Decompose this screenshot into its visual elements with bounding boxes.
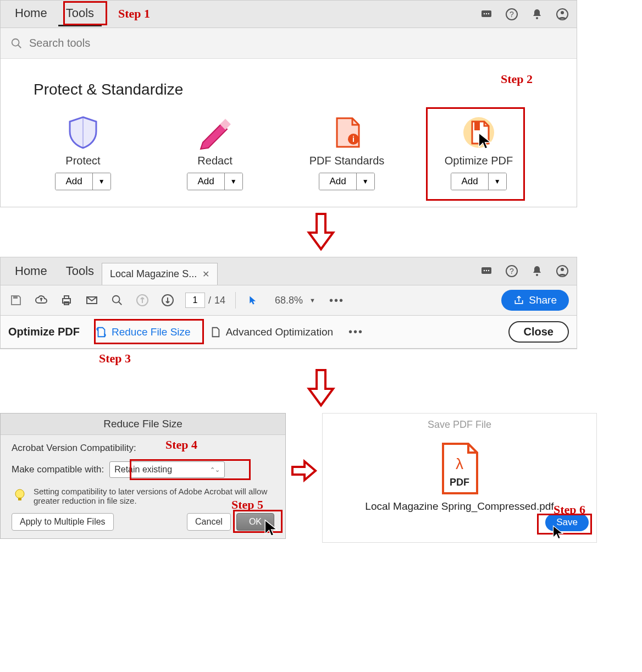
bell-icon[interactable] (529, 263, 545, 279)
help-icon[interactable]: ? (504, 263, 519, 279)
svg-text:?: ? (510, 10, 514, 19)
add-protect[interactable]: Add▼ (55, 173, 110, 190)
tab-home-2[interactable]: Home (7, 260, 55, 283)
redact-icon (197, 115, 233, 150)
save-icon[interactable] (8, 293, 24, 308)
compat-label: Acrobat Version Compatibility: (12, 443, 274, 454)
close-tab-icon[interactable]: ✕ (202, 269, 209, 279)
zoom-level[interactable]: 68.8%▼ (271, 293, 319, 308)
step-3-highlight (94, 319, 204, 344)
step-1-highlight (63, 1, 107, 25)
section-title: Protect & Standardize (34, 81, 544, 98)
add-redact[interactable]: Add▼ (187, 173, 242, 190)
tab-tools-2[interactable]: Tools (58, 260, 102, 283)
apply-multiple-button[interactable]: Apply to Multiple Files (12, 513, 114, 531)
page-up-icon[interactable] (135, 293, 150, 308)
search-icon (10, 37, 23, 49)
cursor-icon (263, 519, 278, 534)
tools-body: Protect & Standardize Step 2 Protect Add… (1, 59, 577, 207)
save-dialog-title: Save PDF File (323, 414, 596, 436)
svg-point-1 (484, 13, 485, 14)
arrow-down-icon (305, 213, 337, 251)
svg-point-2 (486, 13, 487, 14)
save-dialog: Save PDF File λPDF Local Magazine Spring… (322, 413, 597, 543)
svg-line-31 (119, 302, 122, 305)
step-3-label: Step 3 (99, 351, 131, 366)
svg-point-18 (486, 270, 487, 271)
svg-point-24 (561, 268, 564, 271)
tab-home[interactable]: Home (7, 2, 55, 26)
svg-text:i: i (352, 135, 355, 144)
page-indicator: / 14 (185, 293, 225, 308)
document-tab[interactable]: Local Magazine S... ✕ (102, 263, 218, 285)
svg-point-19 (488, 270, 489, 271)
top-bar: Home Tools Step 1 ? (1, 1, 577, 28)
svg-text:?: ? (510, 267, 514, 276)
svg-text:λ: λ (456, 455, 463, 472)
cancel-button[interactable]: Cancel (187, 513, 231, 531)
tool-redact-label: Redact (197, 155, 232, 167)
document-tab-title: Local Magazine S... (110, 268, 197, 280)
arrow-right-icon (290, 457, 318, 484)
svg-point-34 (15, 489, 24, 498)
tool-protect[interactable]: Protect Add▼ (34, 115, 132, 190)
page-down-icon[interactable] (160, 293, 175, 308)
share-button[interactable]: Share (501, 290, 569, 311)
more-icon[interactable]: ••• (329, 294, 344, 307)
tool-optimize[interactable]: Optimize PDF Add▼ (429, 115, 528, 190)
svg-point-22 (536, 274, 538, 276)
search-bar (1, 28, 577, 59)
mail-icon[interactable] (84, 293, 99, 308)
subbar-title: Optimize PDF (8, 326, 80, 338)
svg-point-8 (561, 11, 564, 14)
add-standards[interactable]: Add▼ (319, 173, 374, 190)
svg-point-17 (484, 270, 485, 271)
protect-icon (65, 115, 101, 150)
save-filename: Local Magazine Spring_Compressed.pdf (365, 500, 554, 514)
account-icon[interactable] (555, 263, 570, 279)
close-button[interactable]: Close (508, 321, 569, 343)
svg-point-3 (488, 13, 489, 14)
search-input[interactable] (29, 37, 567, 49)
more-sub-icon[interactable]: ••• (348, 326, 363, 338)
svg-point-6 (536, 17, 538, 19)
help-icon[interactable]: ? (504, 7, 519, 22)
svg-rect-27 (64, 296, 69, 299)
document-panel: Home Tools Local Magazine S... ✕ ? / 14 … (0, 257, 577, 349)
step-4-label: Step 4 (165, 438, 197, 452)
svg-rect-35 (18, 498, 21, 500)
step-4-highlight (130, 459, 251, 480)
step-2-label: Step 2 (501, 72, 533, 86)
chat-icon[interactable] (479, 263, 494, 279)
svg-point-9 (12, 38, 19, 46)
bell-icon[interactable] (529, 7, 545, 22)
tool-redact[interactable]: Redact Add▼ (165, 115, 264, 190)
tool-standards-label: PDF Standards (309, 155, 385, 167)
step-2-highlight (426, 107, 525, 201)
cursor-icon (477, 131, 492, 147)
chat-icon[interactable] (479, 7, 494, 22)
page-total: 14 (214, 295, 225, 306)
page-current-input[interactable] (185, 293, 205, 308)
cloud-icon[interactable] (34, 293, 49, 308)
tools-panel: Home Tools Step 1 ? Protect & Standardiz… (0, 0, 577, 207)
doc-toolbar: / 14 68.8%▼ ••• Share (1, 285, 577, 316)
svg-point-30 (113, 296, 120, 303)
tool-protect-label: Protect (65, 155, 100, 167)
standards-icon: i (329, 115, 364, 150)
step-1-label: Step 1 (118, 7, 150, 21)
account-icon[interactable] (555, 7, 570, 22)
print-icon[interactable] (59, 293, 74, 308)
make-compat-label: Make compatible with: (12, 464, 104, 475)
tool-standards[interactable]: i PDF Standards Add▼ (297, 115, 396, 190)
cursor-icon (551, 525, 567, 540)
zoom-icon[interactable] (109, 293, 125, 308)
top-bar-2: Home Tools Local Magazine S... ✕ ? (1, 257, 577, 285)
svg-line-10 (18, 45, 21, 48)
svg-text:PDF: PDF (450, 477, 469, 488)
advanced-optimization-button[interactable]: Advanced Optimization (206, 324, 336, 340)
optimize-subbar: Optimize PDF Reduce File Size Advanced O… (1, 316, 577, 349)
dialog-title: Reduce File Size (1, 414, 285, 435)
reduce-dialog: Reduce File Size Acrobat Version Compati… (0, 413, 286, 539)
pointer-icon[interactable] (246, 293, 261, 308)
